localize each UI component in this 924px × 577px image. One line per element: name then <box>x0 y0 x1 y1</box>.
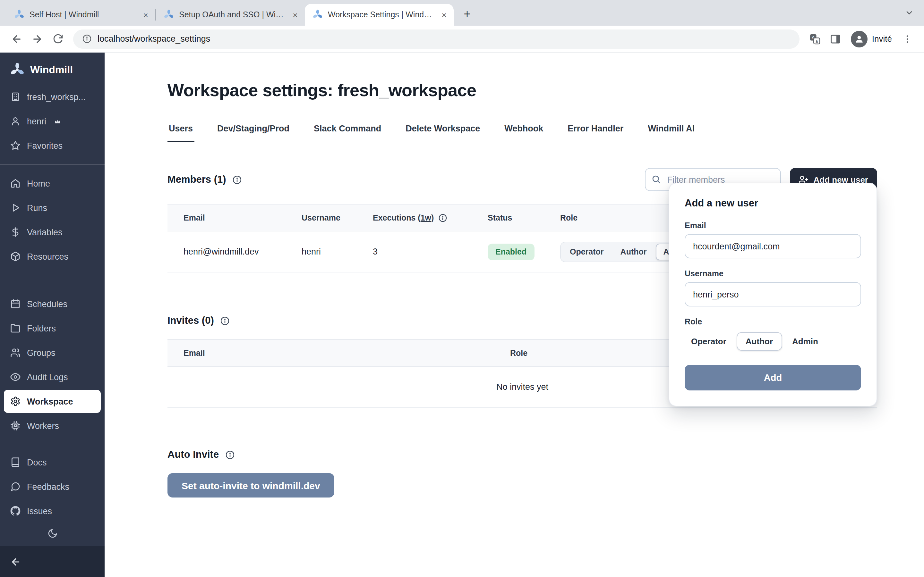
cube-icon <box>10 251 21 261</box>
forward-icon <box>31 33 43 45</box>
sidebar-item-resources[interactable]: Resources <box>4 245 101 268</box>
member-username: henri <box>302 231 373 272</box>
windmill-logo-icon <box>10 63 24 77</box>
sidebar-item-workspace-selector[interactable]: fresh_worksp... <box>4 85 101 108</box>
sidebar-item-label: Audit Logs <box>27 372 68 382</box>
reload-icon <box>52 33 63 44</box>
browser-profile-chip[interactable]: Invité <box>846 31 897 47</box>
col-email: Email <box>168 204 302 231</box>
search-icon <box>651 174 661 184</box>
back-icon <box>11 33 23 45</box>
windmill-brand[interactable]: Windmill <box>0 53 105 85</box>
dark-mode-toggle[interactable] <box>0 523 105 546</box>
sidebar-item-workspace[interactable]: Workspace <box>4 390 101 413</box>
sidebar-item-home[interactable]: Home <box>4 172 101 195</box>
username-field[interactable] <box>685 282 861 306</box>
tab-webhook[interactable]: Webhook <box>503 124 544 142</box>
sidebar-item-workers[interactable]: Workers <box>4 414 101 437</box>
windmill-favicon <box>14 10 24 20</box>
sidebar-item-label: Runs <box>27 203 47 213</box>
browser-menu-button[interactable] <box>897 29 918 49</box>
sidebar-divider <box>0 164 105 165</box>
close-icon[interactable]: × <box>438 9 450 21</box>
tab-title: Workspace Settings | Windmill <box>328 10 433 19</box>
collapse-sidebar-icon[interactable] <box>10 556 21 567</box>
sidebar-item-label: Groups <box>27 348 55 358</box>
users-icon <box>10 348 21 358</box>
eye-icon <box>10 372 21 382</box>
close-icon[interactable]: × <box>140 9 152 21</box>
set-auto-invite-button[interactable]: Set auto-invite to windmill.dev <box>168 473 334 498</box>
sidebar-item-favorites[interactable]: Favorites <box>4 134 101 157</box>
settings-tabs: Users Dev/Staging/Prod Slack Command Del… <box>168 124 877 142</box>
tab-users[interactable]: Users <box>168 124 194 142</box>
cpu-icon <box>10 421 21 431</box>
sidebar-item-label: Variables <box>27 227 63 237</box>
sidebar-item-label: Feedbacks <box>27 482 69 492</box>
tab-search-chevron[interactable] <box>905 8 924 17</box>
members-heading: Members (1) <box>168 174 226 185</box>
tab-dev-staging-prod[interactable]: Dev/Staging/Prod <box>216 124 291 142</box>
dollar-icon <box>10 227 21 237</box>
brand-name: Windmill <box>30 64 73 76</box>
sidebar-item-variables[interactable]: Variables <box>4 221 101 243</box>
message-icon <box>10 482 21 492</box>
sidebar-item-runs[interactable]: Runs <box>4 196 101 219</box>
info-icon[interactable] <box>438 213 447 222</box>
favorites-label: Favorites <box>27 141 63 150</box>
sidebar-item-issues[interactable]: Issues <box>4 500 101 522</box>
col-invite-email: Email <box>168 340 510 366</box>
star-icon <box>10 140 21 151</box>
tab-error-handler[interactable]: Error Handler <box>566 124 625 142</box>
role-author-button[interactable]: Author <box>613 243 654 260</box>
info-icon[interactable] <box>225 450 235 459</box>
browser-tabstrip: Self Host | Windmill × Setup OAuth and S… <box>0 0 924 26</box>
sidebar-item-feedbacks[interactable]: Feedbacks <box>4 475 101 498</box>
tab-title: Self Host | Windmill <box>29 10 135 19</box>
popover-title: Add a new user <box>685 197 861 209</box>
auto-invite-heading: Auto Invite <box>168 449 219 460</box>
add-user-popover: Add a new user Email Username Role Opera… <box>669 183 877 406</box>
gear-icon <box>10 396 21 406</box>
sidebar-item-docs[interactable]: Docs <box>4 451 101 474</box>
browser-tab-workspace-settings[interactable]: Workspace Settings | Windmill × <box>305 4 454 26</box>
back-button[interactable] <box>6 29 27 49</box>
close-icon[interactable]: × <box>289 9 301 21</box>
translate-button[interactable]: Aa <box>804 29 825 49</box>
address-bar[interactable]: localhost/workspace_settings <box>73 29 800 48</box>
info-icon[interactable] <box>220 316 230 326</box>
url-text: localhost/workspace_settings <box>97 34 210 44</box>
home-icon <box>10 178 21 189</box>
profile-name: Invité <box>872 34 892 44</box>
tab-windmill-ai[interactable]: Windmill AI <box>646 124 696 142</box>
role-operator-button[interactable]: Operator <box>562 243 612 260</box>
kebab-menu-icon <box>902 34 913 44</box>
sidebar-item-folders[interactable]: Folders <box>4 317 101 340</box>
popover-add-button[interactable]: Add <box>685 365 861 390</box>
role-label: Role <box>685 318 861 326</box>
reload-button[interactable] <box>47 29 68 49</box>
new-tab-button[interactable]: + <box>459 6 475 23</box>
sidebar-item-user[interactable]: henri <box>4 110 101 133</box>
windmill-favicon <box>312 10 323 20</box>
browser-window: Self Host | Windmill × Setup OAuth and S… <box>0 0 924 577</box>
site-info-icon[interactable] <box>82 34 92 44</box>
sidebar-item-schedules[interactable]: Schedules <box>4 292 101 316</box>
page-title: Workspace settings: fresh_workspace <box>168 81 877 101</box>
popover-role-author[interactable]: Author <box>737 332 782 351</box>
forward-button[interactable] <box>27 29 47 49</box>
col-status: Status <box>488 204 560 231</box>
member-executions: 3 <box>373 231 488 272</box>
workspace-settings-page: Workspace settings: fresh_workspace User… <box>105 53 924 577</box>
popover-role-operator[interactable]: Operator <box>685 332 733 351</box>
side-panel-button[interactable] <box>825 29 846 49</box>
info-icon[interactable] <box>233 175 242 184</box>
tab-delete-workspace[interactable]: Delete Workspace <box>404 124 481 142</box>
tab-slack-command[interactable]: Slack Command <box>312 124 383 142</box>
email-field[interactable] <box>685 234 861 258</box>
browser-tab-self-host[interactable]: Self Host | Windmill × <box>6 4 155 26</box>
sidebar-item-audit-logs[interactable]: Audit Logs <box>4 366 101 388</box>
browser-tab-oauth-sso[interactable]: Setup OAuth and SSO | Windm × <box>156 4 305 26</box>
popover-role-admin[interactable]: Admin <box>786 332 825 351</box>
sidebar-item-groups[interactable]: Groups <box>4 341 101 364</box>
